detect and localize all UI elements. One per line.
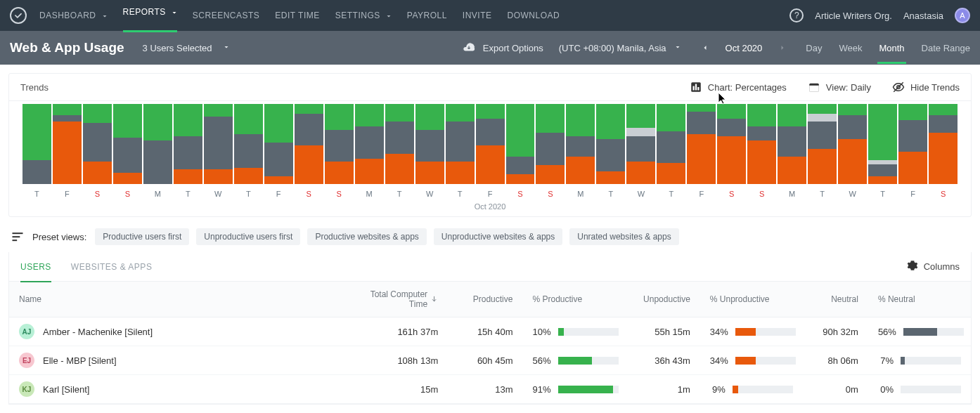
total-time-cell: 15m — [345, 375, 448, 404]
col-neutral[interactable]: Neutral — [803, 282, 868, 317]
users-selected-dropdown[interactable]: 3 Users Selected — [143, 43, 231, 53]
nav-dashboard[interactable]: DASHBOARD — [39, 11, 108, 20]
chart-day-col[interactable] — [294, 104, 324, 184]
table-tab-users[interactable]: USERS — [20, 252, 51, 282]
chart-segment-unp — [596, 171, 625, 184]
chart-day-col[interactable] — [595, 104, 626, 184]
chart-segment-neu — [113, 138, 142, 173]
x-tick: F — [264, 190, 294, 198]
hide-trends-button[interactable]: Hide Trends — [892, 81, 960, 93]
x-tick: F — [52, 190, 82, 198]
nav-payroll[interactable]: PAYROLL — [407, 11, 447, 20]
nav-edit-time[interactable]: EDIT TIME — [275, 11, 319, 20]
chart-day-col[interactable] — [475, 104, 505, 184]
chart-day-col[interactable] — [837, 104, 868, 184]
sort-icon[interactable] — [10, 229, 25, 244]
preset-unproductive-users-first[interactable]: Unproductive users first — [196, 228, 300, 245]
chart-day-col[interactable] — [807, 104, 837, 184]
prev-period-button[interactable] — [697, 40, 713, 55]
chart-segment-unp — [687, 134, 716, 184]
unproductive-pct: 34% — [710, 355, 728, 366]
chart-day-col[interactable] — [354, 104, 385, 184]
chart-day-col[interactable] — [535, 104, 565, 184]
nav-settings[interactable]: SETTINGS — [335, 11, 392, 20]
chart-segment-neu — [385, 122, 414, 154]
chart-day-col[interactable] — [747, 104, 777, 184]
x-tick: M — [777, 190, 807, 198]
chart-day-col[interactable] — [324, 104, 354, 184]
nav-invite[interactable]: INVITE — [463, 11, 492, 20]
chart-day-col[interactable] — [203, 104, 233, 184]
range-tab-date-range[interactable]: Date Range — [922, 32, 970, 64]
chart-day-col[interactable] — [22, 104, 52, 184]
user-name[interactable]: Anastasia — [903, 11, 943, 21]
preset-unproductive-websites-apps[interactable]: Unproductive websites & apps — [434, 228, 562, 245]
preset-productive-websites-apps[interactable]: Productive websites & apps — [307, 228, 426, 245]
col-unpoductive[interactable]: Unpoductive — [626, 282, 700, 317]
nav-label: SETTINGS — [335, 11, 380, 20]
chart-day-col[interactable] — [716, 104, 747, 184]
table-row[interactable]: EJElle - MBP [Silent]108h 13m60h 45m56%3… — [9, 346, 971, 375]
range-tab-week[interactable]: Week — [839, 32, 862, 64]
col--productive[interactable]: % Productive — [522, 282, 625, 317]
chart-segment-prod — [113, 104, 142, 138]
chart-day-col[interactable] — [505, 104, 536, 184]
columns-button[interactable]: Columns — [907, 260, 960, 273]
col-productive[interactable]: Productive — [448, 282, 522, 317]
help-icon[interactable]: ? — [789, 8, 804, 22]
svg-rect-2 — [695, 84, 697, 91]
chart-day-col[interactable] — [173, 104, 203, 184]
trends-panel: Trends Chart: Percentages View: Daily Hi… — [8, 73, 972, 217]
nav-screencasts[interactable]: SCREENCASTS — [193, 11, 260, 20]
chart-day-col[interactable] — [143, 104, 173, 184]
chart-day-col[interactable] — [777, 104, 807, 184]
chart-day-col[interactable] — [928, 104, 958, 184]
timezone-dropdown[interactable]: (UTC +08:00) Manila, Asia — [559, 43, 682, 53]
preset-productive-users-first[interactable]: Productive users first — [95, 228, 189, 245]
chart-mode-toggle[interactable]: Chart: Percentages — [690, 81, 787, 93]
chart-day-col[interactable] — [868, 104, 898, 184]
nav-download[interactable]: DOWNLOAD — [508, 11, 560, 20]
export-options-button[interactable]: Export Options — [462, 41, 543, 55]
chart-day-col[interactable] — [445, 104, 475, 184]
col-name[interactable]: Name — [9, 282, 345, 317]
range-tab-day[interactable]: Day — [806, 32, 822, 64]
chart-day-col[interactable] — [52, 104, 82, 184]
preset-unrated-websites-apps[interactable]: Unrated websites & apps — [569, 228, 678, 245]
chart-day-col[interactable] — [898, 104, 928, 184]
chart-segment-prod — [325, 104, 354, 129]
col--unproductive[interactable]: % Unproductive — [700, 282, 803, 317]
col--neutral[interactable]: % Neutral — [868, 282, 971, 317]
x-tick: S — [112, 190, 143, 198]
chart-segment-unp — [355, 159, 384, 184]
x-tick: M — [354, 190, 385, 198]
chart-day-col[interactable] — [385, 104, 415, 184]
user-avatar[interactable]: A — [955, 8, 970, 23]
chart-segment-prod — [355, 104, 384, 126]
x-tick: S — [928, 190, 958, 198]
chart-day-col[interactable] — [82, 104, 112, 184]
app-logo[interactable] — [10, 7, 27, 24]
nav-reports[interactable]: REPORTS — [123, 7, 177, 24]
chart-day-col[interactable] — [112, 104, 143, 184]
chart-day-col[interactable] — [565, 104, 595, 184]
chart-day-col[interactable] — [626, 104, 656, 184]
view-granularity-toggle[interactable]: View: Daily — [808, 81, 871, 93]
table-row[interactable]: KJKarl [Silent]15m13m91%1m9%0m0% — [9, 375, 971, 404]
chart-segment-neu — [808, 122, 837, 149]
range-tab-month[interactable]: Month — [879, 32, 904, 64]
x-tick: S — [294, 190, 324, 198]
chart-day-col[interactable] — [415, 104, 445, 184]
chart-segment-neu — [83, 123, 112, 162]
chart-day-col[interactable] — [264, 104, 294, 184]
org-name[interactable]: Article Writers Org. — [815, 11, 892, 21]
col-total-computer-time[interactable]: Total Computer Time — [345, 282, 448, 317]
chart-day-col[interactable] — [686, 104, 716, 184]
table-tab-websites-apps[interactable]: WEBSITES & APPS — [71, 252, 153, 282]
chart-segment-prod — [657, 104, 685, 131]
table-row[interactable]: AJAmber - Machenike [Silent]161h 37m15h … — [9, 317, 971, 346]
user-avatar-small: AJ — [19, 324, 34, 339]
chart-day-col[interactable] — [656, 104, 686, 184]
chart-day-col[interactable] — [233, 104, 264, 184]
chart-segment-neu — [325, 130, 354, 162]
